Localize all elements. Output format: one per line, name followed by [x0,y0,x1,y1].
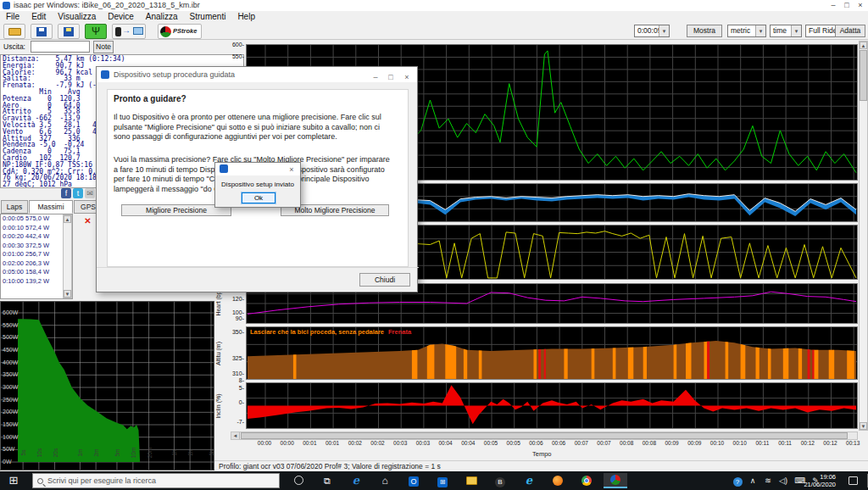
lap-list-item[interactable]: 0:05:00 158,4 W [1,268,72,277]
task-view-icon[interactable]: ⧉ [315,473,339,488]
tab-laps[interactable]: Laps [1,200,28,214]
scroll-down-icon[interactable]: ▼ [64,290,71,298]
menu-item-visualizza[interactable]: Visualizza [52,11,102,22]
axis-tick-label: 5 [224,385,244,391]
mmp-y-label: 600W [3,309,18,315]
save-as-button[interactable] [58,24,80,39]
dialog-title-bar: Dispositivo setup procedura guidata – □ … [97,67,417,82]
tab-massimi[interactable]: Massimi [29,200,73,214]
menu-item-device[interactable]: Device [102,11,140,22]
divider [97,267,419,268]
status-bar: Profilo: giant ocr v03 07/06/2020 Prof# … [214,460,868,471]
home-icon[interactable]: ⌂ [373,473,397,488]
mmp-x-label: 2h [187,449,193,455]
mmp-y-label: 250W [3,397,18,403]
xaxis-select[interactable]: time▾ [770,25,802,37]
ok-button[interactable]: Ok [242,192,275,203]
twitter-icon[interactable]: t [73,188,83,198]
scroll-left-icon[interactable]: ◄ [231,432,240,439]
lap-list-item[interactable]: 0:01:00 256,7 W [1,250,72,259]
mail-icon[interactable]: ✉ [85,188,95,198]
interval-select[interactable]: 0:00:05▾ [634,25,670,37]
chiudi-button[interactable]: Chiudi [359,273,410,287]
units-select[interactable]: metric▾ [727,25,766,37]
axis-tick-label: 325 [224,355,244,361]
minimize-button[interactable]: – [827,0,839,10]
notifications-icon[interactable] [844,473,861,488]
menu-item-strumenti[interactable]: Strumenti [184,11,232,22]
edge-icon[interactable]: e [344,473,368,488]
chrome-icon[interactable] [575,473,598,488]
volume-icon[interactable]: ◁) [776,473,790,488]
time-tick-label: 00:06 [523,440,548,446]
tray-chevron-icon[interactable]: ∧ [746,473,760,488]
scroll-down-icon[interactable]: ▼ [860,422,867,430]
chart-legend: Lasciare che la bici proceda, senza peda… [250,328,411,336]
taskbar-search-input[interactable]: Scrivi qui per eseguire la ricerca [32,473,280,488]
internet-explorer-icon[interactable]: e [517,473,541,488]
b-app-icon[interactable]: B [488,473,512,488]
h-scroll-thumb[interactable] [241,432,848,439]
store-icon[interactable]: ⊞ [431,473,454,488]
mostra-button[interactable]: Mostra [687,25,722,37]
open-button[interactable] [3,24,25,39]
adatta-button[interactable]: Adatta [835,25,865,37]
lap-list-item[interactable]: 0:00:20 442,4 W [1,232,72,242]
outlook-icon[interactable]: O [402,473,426,488]
usb-connect-button[interactable]: Ψ [85,24,107,39]
download-from-device-button[interactable]: → [112,24,146,39]
app-icon [101,70,109,79]
lap-list-item[interactable]: 0:00:05 575,0 W [1,214,72,224]
network-icon[interactable]: ≋ [761,473,775,488]
chart-panel-slope[interactable] [246,382,858,429]
v-scroll-thumb[interactable] [860,50,867,101]
delete-lap-icon[interactable]: ✕ [83,216,92,226]
mean-max-power-chart[interactable]: 600W550W500W450W400W350W300W250W200W150W… [0,301,214,471]
dialog-title: Dispositivo setup procedura guidata [114,70,235,79]
app-icon [3,2,10,9]
menu-item-analizza[interactable]: Analizza [140,11,184,22]
note-button[interactable]: Note [93,41,114,53]
start-button[interactable]: ⊞ [2,473,25,488]
firefox-icon[interactable] [546,473,570,488]
lap-list-item[interactable]: 0:00:10 572,4 W [1,224,72,233]
pstroke-button[interactable]: PStroke [158,24,202,39]
device-icon [115,27,121,36]
uscita-input[interactable] [31,41,90,53]
save-button[interactable] [31,24,53,39]
chart-panel-altitude[interactable]: Lasciare che la bici proceda, senza peda… [246,326,858,380]
mmp-x-label: 10m [130,448,136,459]
menu-item-help[interactable]: Help [231,11,261,22]
time-tick-label: 00:04 [433,440,459,446]
mmp-y-label: 450W [3,347,18,353]
isaac-app-taskbar-icon[interactable] [604,473,627,488]
minimize-button[interactable]: – [370,70,381,85]
time-axis-title: Tempo [532,450,552,458]
laps-scrollbar[interactable]: ▲ ▼ [63,214,72,298]
lap-list-item[interactable]: 0:00:30 372,5 W [1,242,72,251]
monitor-icon [133,27,143,35]
scroll-up-icon[interactable]: ▲ [860,42,867,49]
close-icon[interactable]: × [286,164,298,176]
time-tick-label: 00:07 [592,440,617,446]
cortana-icon[interactable] [287,473,310,488]
chevron-down-icon: ▾ [791,25,801,36]
close-icon[interactable]: × [401,70,413,85]
menu-item-edit[interactable]: Edit [25,11,52,22]
close-button[interactable]: × [854,0,866,10]
maximize-button[interactable]: □ [385,70,397,85]
tray-help-icon[interactable]: ? [731,473,744,488]
mmp-y-label: 400W [3,359,18,365]
lap-list-item[interactable]: 0:02:00 206,3 W [1,259,72,269]
clock[interactable]: 19:06 21/06/2020 [792,473,836,488]
chart-v-scrollbar[interactable]: ▲ ▼ [859,41,868,431]
menu-item-file[interactable]: File [0,11,25,22]
scroll-up-icon[interactable]: ▲ [64,215,71,223]
file-explorer-icon[interactable] [459,473,483,488]
facebook-icon[interactable]: f [61,188,71,198]
clock-date: 21/06/2020 [792,481,836,488]
lap-list-item[interactable]: 0:10:00 139,2 W [1,277,72,287]
time-tick-label: 00:00 [275,440,300,446]
maximize-button[interactable]: □ [841,0,853,10]
chart-h-scrollbar[interactable]: ◄ [231,432,858,440]
